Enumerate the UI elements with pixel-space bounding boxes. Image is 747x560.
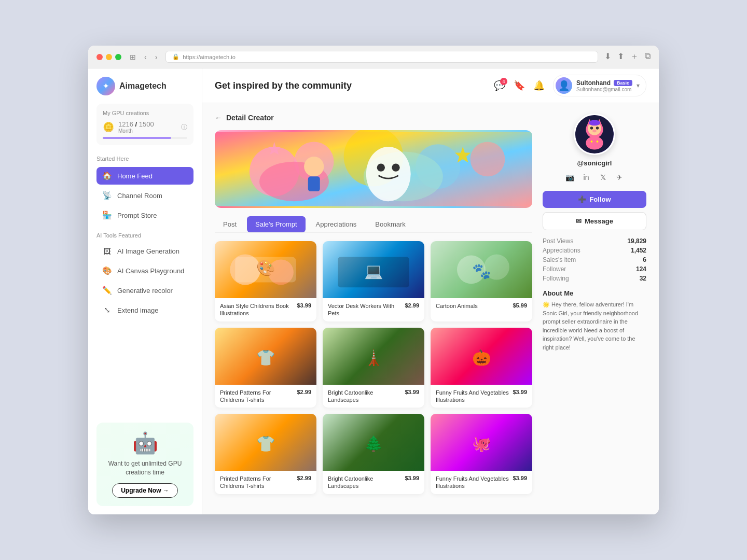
follow-label: Follow	[589, 195, 611, 203]
logo-text: Aimagetech	[119, 81, 167, 91]
product-info: Funny Fruits And Vegetables Illustration…	[431, 471, 532, 494]
product-card[interactable]: 👕 Printed Patterns For Childrens T-shirt…	[215, 328, 316, 408]
about-title: About Me	[543, 289, 646, 297]
bookmark-icon[interactable]: 🔖	[514, 80, 525, 91]
stat-item: Follower 124	[543, 265, 646, 273]
product-image: 👕	[215, 414, 316, 471]
tab-appreciations[interactable]: Appreciations	[308, 216, 365, 232]
sidebar-toggle[interactable]: ⊞	[128, 52, 138, 62]
sidebar-item-generative-recolor[interactable]: ✏️ Generative recolor	[96, 282, 193, 299]
product-card[interactable]: 🐙 Funny Fruits And Vegetables Illustrati…	[431, 414, 532, 494]
store-icon: 🏪	[102, 211, 112, 220]
product-price: $3.99	[297, 302, 311, 309]
upgrade-card: 🤖 Want to get unlimited GPU creations ti…	[96, 423, 193, 506]
product-card[interactable]: 🗼 Bright Cartoonlike Landscapes $3.99	[323, 328, 424, 408]
product-card[interactable]: 💻 Vector Desk Workers With Pets $2.99	[323, 241, 424, 321]
instagram-icon[interactable]: 📷	[563, 171, 576, 184]
download-icon[interactable]: ⬇	[604, 51, 611, 62]
product-card[interactable]: 🌲 Bright Cartoonlike Landscapes $3.99	[323, 414, 424, 494]
product-card[interactable]: 🐾 Cartoon Animals $5.99	[431, 241, 532, 321]
user-pill[interactable]: 👤 Sultonhand Basic Sultonhand@gmail.com …	[553, 75, 646, 96]
product-name: Printed Patterns For Childrens T-shirts	[220, 389, 295, 404]
product-card[interactable]: 🎨 Asian Style Childrens Book Illustratio…	[215, 241, 316, 321]
creator-sidebar: @sonicgirl 📷 in 𝕏 ✈ ➕ Follow ✉	[543, 114, 646, 494]
stat-value: 1,452	[631, 247, 646, 254]
user-info: Sultonhand Basic Sultonhand@gmail.com	[576, 79, 632, 92]
creator-avatar	[574, 114, 615, 155]
stat-label: Following	[543, 275, 569, 282]
messages-icon[interactable]: 💬 4	[494, 80, 505, 91]
sidebar-item-ai-image[interactable]: 🖼 AI Image Generation	[96, 243, 193, 260]
gpu-row: 🪙 1216 / 1500 Month ⓘ	[103, 120, 187, 134]
product-image: 👕	[215, 328, 316, 385]
address-bar[interactable]: 🔒 https://aimagetech.io	[165, 51, 598, 63]
svg-point-46	[592, 130, 596, 133]
message-button[interactable]: ✉ Message	[543, 212, 646, 230]
svg-rect-12	[308, 176, 320, 191]
svg-text:🎃: 🎃	[472, 348, 491, 367]
tab-post[interactable]: Post	[215, 216, 245, 232]
sidebar-item-channel-room[interactable]: 📡 Channel Room	[96, 187, 193, 204]
back-button[interactable]: ‹	[142, 52, 149, 62]
svg-text:💻: 💻	[364, 262, 383, 281]
browser-nav: ⊞ ‹ ›	[128, 52, 159, 62]
creator-tabs: Post Sale's Prompt Appreciations Bookmar…	[215, 216, 532, 233]
product-image: 🎃	[431, 328, 532, 385]
social-icons: 📷 in 𝕏 ✈	[543, 171, 646, 184]
product-name: Vector Desk Workers With Pets	[328, 302, 403, 317]
product-info: Funny Fruits And Vegetables Illustration…	[431, 385, 532, 408]
telegram-icon[interactable]: ✈	[613, 171, 626, 184]
about-section: About Me 🌟 Hey there, fellow adventurer!…	[543, 289, 646, 352]
product-price: $2.99	[405, 302, 419, 309]
page-title: Get inspired by the community	[215, 80, 352, 91]
svg-rect-48	[592, 120, 597, 123]
sidebar-item-home-feed[interactable]: 🏠 Home Feed	[96, 167, 193, 185]
minimize-button[interactable]	[106, 54, 112, 60]
product-card[interactable]: 👕 Printed Patterns For Childrens T-shirt…	[215, 414, 316, 494]
svg-point-49	[586, 136, 603, 150]
svg-text:🐾: 🐾	[472, 262, 491, 281]
product-card[interactable]: 🎃 Funny Fruits And Vegetables Illustrati…	[431, 328, 532, 408]
upgrade-button[interactable]: Upgrade Now →	[112, 483, 178, 498]
ai-tools-section: AI Tools Featured 🖼 AI Image Generation …	[96, 232, 193, 319]
back-nav[interactable]: ← Detail Creator	[215, 114, 532, 122]
follow-button[interactable]: ➕ Follow	[543, 191, 646, 208]
product-price: $3.99	[513, 475, 527, 481]
svg-point-44	[590, 127, 593, 130]
tab-bookmark[interactable]: Bookmark	[367, 216, 414, 232]
product-name: Asian Style Childrens Book Illustrations	[220, 302, 295, 317]
notification-badge: 4	[500, 78, 507, 85]
gpu-progress-bar	[103, 137, 187, 139]
product-image: 💻	[323, 241, 424, 298]
tab-sales-prompt[interactable]: Sale's Prompt	[247, 216, 306, 232]
share-icon[interactable]: ⬆	[617, 51, 624, 62]
twitter-icon[interactable]: 𝕏	[597, 171, 609, 184]
svg-point-45	[596, 127, 599, 130]
upgrade-label: Upgrade Now →	[121, 487, 169, 494]
logo-icon: ✦	[96, 77, 115, 95]
sidebar-item-prompt-store[interactable]: 🏪 Prompt Store	[96, 206, 193, 224]
ai-tools-label: AI Tools Featured	[96, 232, 193, 239]
started-here-section: Started Here 🏠 Home Feed 📡 Channel Room …	[96, 153, 193, 224]
new-tab-icon[interactable]: ＋	[630, 51, 639, 62]
sidebar-item-ai-canvas[interactable]: 🎨 AI Canvas Playground	[96, 262, 193, 279]
svg-text:👕: 👕	[256, 435, 275, 453]
stat-value: 6	[643, 256, 646, 263]
linkedin-icon[interactable]: in	[580, 171, 592, 184]
lock-icon: 🔒	[172, 53, 179, 60]
sidebar-channel-label: Channel Room	[117, 192, 162, 200]
product-info: Printed Patterns For Childrens T-shirts …	[215, 385, 316, 408]
tabs-icon[interactable]: ⧉	[645, 51, 651, 62]
close-button[interactable]	[96, 54, 103, 60]
bell-icon[interactable]: 🔔	[533, 80, 545, 91]
forward-button[interactable]: ›	[153, 52, 160, 62]
product-image: 🗼	[323, 328, 424, 385]
product-info: Printed Patterns For Childrens T-shirts …	[215, 471, 316, 494]
sidebar-prompt-store-label: Prompt Store	[117, 212, 157, 219]
app-layout: ✦ Aimagetech My GPU creations 🪙 1216 / 1…	[88, 68, 659, 514]
extend-label: Extend image	[117, 306, 159, 314]
svg-text:🗼: 🗼	[364, 348, 383, 367]
info-icon[interactable]: ⓘ	[181, 123, 187, 132]
maximize-button[interactable]	[115, 54, 121, 60]
sidebar-item-extend-image[interactable]: ⤡ Extend image	[96, 301, 193, 319]
